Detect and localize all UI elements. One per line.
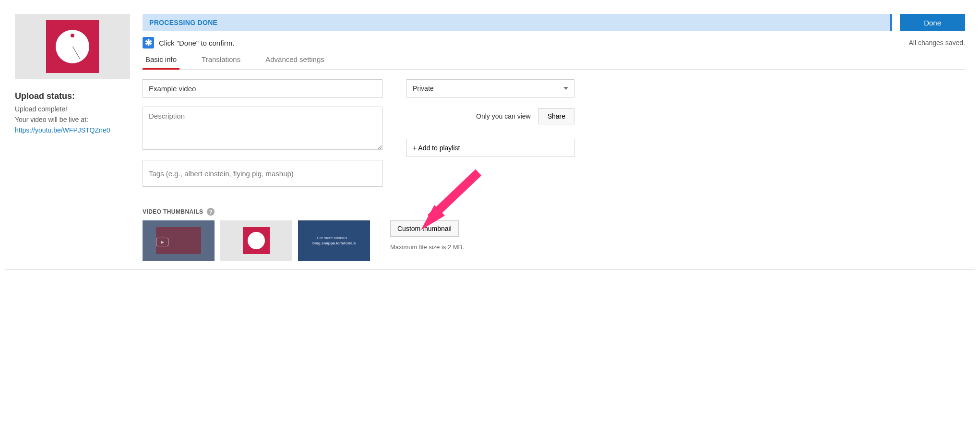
play-icon: ▶ (156, 238, 168, 246)
video-url-link[interactable]: https://youtu.be/WFPJSTQZne0 (15, 126, 110, 134)
star-icon: ✱ (143, 37, 154, 48)
chevron-down-icon (563, 87, 568, 90)
autosave-message: All changes saved. (908, 39, 965, 47)
done-button[interactable]: Done (900, 14, 965, 31)
preview-graphic (46, 20, 99, 73)
upload-live-line: Your video will be live at: (15, 116, 130, 123)
privacy-hint: Only you can view (476, 112, 531, 120)
privacy-select[interactable]: Private (406, 79, 574, 97)
tabs: Basic info Translations Advanced setting… (143, 55, 965, 70)
thumbnail-option-2[interactable] (220, 220, 292, 261)
share-button[interactable]: Share (538, 108, 574, 124)
upload-page: Upload status: Upload complete! Your vid… (5, 5, 975, 270)
video-tags-input[interactable] (143, 160, 382, 187)
upload-status-line: Upload complete! (15, 105, 130, 113)
video-description-input[interactable] (143, 107, 382, 150)
tab-advanced-settings[interactable]: Advanced settings (263, 55, 327, 69)
processing-status-bar: PROCESSING DONE (143, 14, 892, 31)
clock-graphic (56, 30, 89, 63)
thumb3-line2: blog.snappa.io/tutorials (312, 241, 356, 246)
custom-thumbnail-button[interactable]: Custom thumbnail (390, 220, 459, 237)
thumb3-line1: For more tutorials… (312, 235, 356, 241)
video-title-input[interactable] (143, 79, 382, 98)
help-icon[interactable]: ? (207, 208, 215, 216)
right-column: PROCESSING DONE Done ✱ Click "Done" to c… (143, 14, 965, 261)
tab-translations[interactable]: Translations (199, 55, 243, 69)
thumbnails-header: VIDEO THUMBNAILS (143, 208, 203, 215)
add-to-playlist-button[interactable]: + Add to playlist (406, 139, 574, 157)
thumbnail-option-3[interactable]: For more tutorials… blog.snappa.io/tutor… (298, 220, 370, 261)
thumbnail-option-1[interactable]: ▶ (143, 220, 215, 261)
video-preview-thumb (15, 14, 130, 79)
thumbnail-max-size: Maximum file size is 2 MB. (390, 243, 464, 251)
left-column: Upload status: Upload complete! Your vid… (15, 14, 130, 261)
tab-basic-info[interactable]: Basic info (143, 55, 179, 70)
upload-status-title: Upload status: (15, 91, 130, 101)
privacy-selected-label: Private (413, 85, 434, 92)
confirm-message: Click "Done" to confirm. (159, 39, 234, 47)
